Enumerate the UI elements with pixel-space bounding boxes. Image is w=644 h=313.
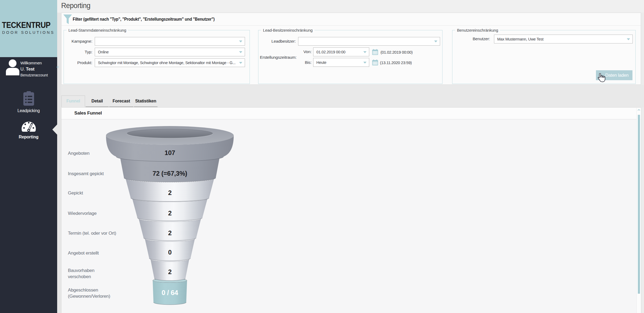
account-label: Benutzeraccount [20,73,48,77]
sidebar-gap [57,0,61,313]
panel-title: Sales Funnel [74,111,102,116]
active-item-notch [52,124,57,135]
calendar-icon[interactable] [372,49,378,55]
leadbesitzer-select[interactable] [298,37,440,46]
user-name-main: Test [26,67,35,71]
sidebar-item-label: Reporting [0,135,57,139]
dropdown-arrow-icon [239,51,242,53]
erstellungszeitraum-label: Erstellungszeitraum: [260,55,297,60]
dropdown-arrow-icon [363,51,367,53]
fieldset-legend: Lead-Besitzereinschränkung [261,28,314,32]
leadbesitzer-label: Leadbesitzer: [272,39,296,44]
brand-name: TECKENTRUP [2,20,49,30]
tab-statistiken[interactable]: Statistiken [134,95,158,107]
bis-label: Bis: [305,60,312,65]
mouse-cursor-icon [596,73,605,83]
bis-value: Heute [316,60,362,65]
von-label: Von: [303,49,312,54]
filter-title: Filter (gefiltert nach "Typ", "Produkt",… [73,17,215,22]
benutzer-value: Max Mustermann, Uwe Test [497,37,625,41]
tab-forecast[interactable]: Forecast [109,95,133,107]
sidebar-item-leadpicking[interactable]: Leadpicking [0,91,57,113]
produkt-value: Schwingtor mit Montage, Schwingtor ohne … [98,61,238,65]
produkt-label: Produkt: [77,60,92,65]
top-band [57,0,644,13]
sidebar-collapse-chevron[interactable]: < [57,65,60,69]
clipboard-icon [23,91,34,106]
typ-value: Online [98,50,238,54]
filter-panel: Filter (gefiltert nach "Typ", "Produkt",… [61,13,641,85]
von-hint: (01.02.2019 00:00) [380,50,413,54]
kampagne-label: Kampagne: [72,39,92,44]
tab-bar: Funnel Detail Forecast Statistiken [61,95,641,107]
sales-funnel-panel: Sales Funnel [61,107,641,313]
dropdown-arrow-icon [239,40,242,42]
brand-logo: TECKENTRUP DOOR SOLUTIONS [0,0,57,57]
fieldset-legend: Lead-Stammdateneinschränkung [67,28,128,32]
scroll-up-icon[interactable] [638,109,640,111]
tab-funnel[interactable]: Funnel [61,95,85,107]
dropdown-arrow-icon [363,62,367,64]
dropdown-arrow-icon [434,40,437,42]
fieldset-benutzer: Benutzereinschränkung Benutzer: Max Must… [452,30,636,84]
gauge-icon [21,120,36,132]
benutzer-select[interactable]: Max Mustermann, Uwe Test [494,35,633,43]
dropdown-arrow-icon [627,38,630,40]
typ-label: Typ: [85,49,93,55]
sidebar: TECKENTRUP DOOR SOLUTIONS Willkommen U. … [0,0,57,313]
panel-header: Sales Funnel [61,108,641,119]
brand-tagline: DOOR SOLUTIONS [2,30,56,35]
fieldset-legend: Benutzereinschränkung [455,28,500,32]
sidebar-item-label: Leadpicking [0,108,57,113]
user-icon [6,59,20,75]
fieldset-lead-stammdaten: Lead-Stammdateneinschränkung Kampagne: T… [64,30,250,84]
kampagne-select[interactable] [95,37,245,46]
user-name-prefix: U. [20,67,25,71]
calendar-icon[interactable] [372,60,378,65]
tab-detail[interactable]: Detail [86,95,109,107]
bis-hint: (13.11.2020 23:59) [380,60,412,65]
vertical-scrollbar[interactable] [636,108,641,313]
scrollbar-thumb[interactable] [638,115,640,294]
typ-select[interactable]: Online [95,48,245,56]
von-select[interactable]: 01.02.2019 00:00 [313,47,369,56]
produkt-select[interactable]: Schwingtor mit Montage, Schwingtor ohne … [95,58,245,67]
fieldset-lead-besitzer: Lead-Besitzereinschränkung Leadbesitzer:… [258,30,442,84]
von-value: 01.02.2019 00:00 [316,50,362,54]
benutzer-label: Benutzer: [473,36,490,42]
welcome-text: Willkommen [20,61,42,65]
filter-header: Filter (gefiltert nach "Typ", "Produkt",… [61,13,641,26]
sidebar-item-reporting[interactable]: Reporting [0,120,57,139]
page-title: Reporting [61,1,90,10]
user-name: U. Test [20,67,34,72]
filter-funnel-icon [63,14,72,25]
dropdown-arrow-icon [239,62,242,64]
bis-select[interactable]: Heute [313,58,369,67]
